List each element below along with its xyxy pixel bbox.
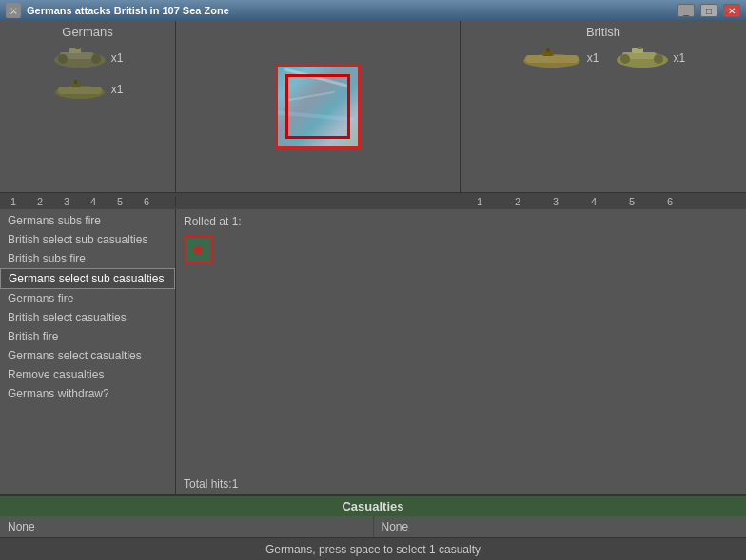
status-bar: Germans, press space to select 1 casualt… [0,537,746,560]
submarine-icon [52,79,108,100]
main-layout: Germans x1 [0,21,746,560]
british-units-panel: British x1 [461,21,746,192]
german-label: Germans [62,21,112,41]
british-scale-3: 3 [537,196,575,207]
british-units-row: x1 x1 [514,45,693,71]
british-sub-count: x1 [587,51,599,65]
step-item-8[interactable]: Remove casualties [0,365,175,384]
british-scale: 1 2 3 4 5 6 [461,196,746,207]
dice-results-area: Rolled at 1: [176,209,746,270]
british-casualties: None [374,516,747,537]
close-button[interactable]: ✕ [723,4,740,17]
svg-rect-17 [638,47,642,49]
step-item-9[interactable]: Germans withdraw? [0,384,175,403]
sub-count: x1 [111,83,124,96]
british-label: British [586,21,620,41]
dice-result [184,236,212,264]
british-sub-icon [521,48,583,68]
svg-point-19 [654,54,663,64]
casualties-header: Casualties [0,496,746,516]
svg-point-18 [620,54,630,64]
app-icon: ⚔ [6,3,21,18]
bottom-section: Germans subs fireBritish select sub casu… [0,209,746,494]
german-scale-5: 5 [107,196,133,207]
german-scale-6: 6 [133,196,160,207]
svg-rect-3 [75,47,80,49]
german-casualties: None [0,516,374,537]
step-item-7[interactable]: Germans select casualties [0,346,175,365]
steps-panel: Germans subs fireBritish select sub casu… [0,209,176,494]
german-scale-1: 1 [0,196,27,207]
svg-rect-7 [58,87,102,94]
svg-rect-11 [525,55,579,63]
german-scale-3: 3 [53,196,80,207]
british-unit-destroyer: x1 [615,45,686,71]
casualties-section: Casualties None None [0,494,746,537]
british-scale-4: 4 [575,196,613,207]
svg-rect-13 [546,48,550,52]
steps-list: Germans subs fireBritish select sub casu… [0,209,176,405]
svg-rect-9 [74,80,77,84]
results-panel: Rolled at 1: Total hits:1 [176,209,746,494]
british-scale-6: 6 [651,196,689,207]
german-scale: 1 2 3 4 5 6 [0,196,176,207]
battle-animation [275,64,361,149]
british-scale-1: 1 [461,196,499,207]
british-destroyer-count: x1 [674,51,686,65]
german-scale-4: 4 [80,196,107,207]
dice-dot [194,246,202,254]
casualties-row: None None [0,516,746,537]
step-item-0[interactable]: Germans subs fire [0,211,175,230]
german-scale-2: 2 [27,196,53,207]
title-bar: ⚔ Germans attacks British in 107 Sea Zon… [0,0,746,21]
status-message: Germans, press space to select 1 casualt… [265,543,481,556]
destroyer-count: x1 [111,51,124,65]
center-animation-panel [176,21,461,192]
british-unit-sub: x1 [521,48,599,68]
svg-point-4 [58,54,68,64]
german-unit-sub: x1 [52,79,124,100]
minimize-button[interactable]: _ [677,4,695,17]
destroyer-icon [52,45,108,71]
british-destroyer-icon [615,45,670,71]
british-scale-5: 5 [613,196,651,207]
step-item-1[interactable]: British select sub casualties [0,230,175,249]
german-unit-destroyer: x1 [52,45,124,71]
british-scale-2: 2 [499,196,537,207]
step-item-4[interactable]: Germans fire [0,289,175,308]
total-hits: Total hits:1 [176,473,245,494]
rolled-label: Rolled at 1: [184,215,738,228]
step-item-6[interactable]: British fire [0,327,175,346]
svg-point-5 [91,54,101,64]
german-units-panel: Germans x1 [0,21,176,192]
combat-area: Germans x1 [0,21,746,192]
scale-row: 1 2 3 4 5 6 1 2 3 4 5 6 [0,192,746,209]
window-title: Germans attacks British in 107 Sea Zone [27,5,672,16]
maximize-button[interactable]: □ [700,4,717,17]
target-overlay [285,74,350,139]
step-item-2[interactable]: British subs fire [0,249,175,268]
step-item-5[interactable]: British select casualties [0,308,175,327]
step-item-3[interactable]: Germans select sub casualties [0,268,175,289]
